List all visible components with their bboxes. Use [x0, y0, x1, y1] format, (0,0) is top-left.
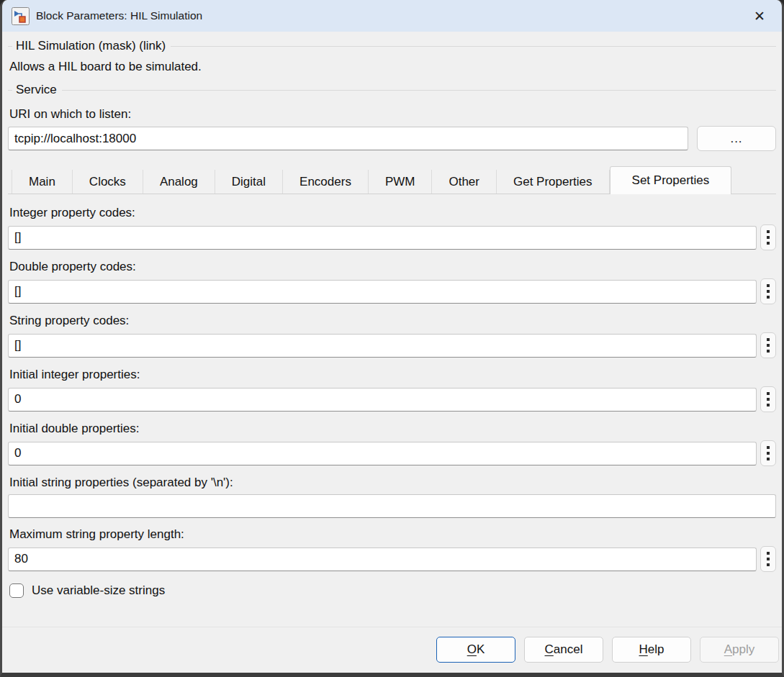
field-maximum-string-property-length: Maximum string property length:	[8, 527, 776, 572]
kebab-menu-icon[interactable]	[760, 224, 776, 250]
title-bar: Block Parameters: HIL Simulation ✕	[2, 0, 782, 32]
service-group: Service URI on which to listen: ...	[8, 81, 776, 151]
mask-group-title: HIL Simulation (mask) (link)	[16, 39, 166, 53]
kebab-menu-icon[interactable]	[760, 546, 776, 572]
integer-property-codes-input[interactable]	[8, 226, 757, 250]
mask-group: HIL Simulation (mask) (link) Allows a HI…	[8, 37, 776, 74]
field-label: Initial double properties:	[9, 422, 776, 436]
dialog-content: HIL Simulation (mask) (link) Allows a HI…	[2, 32, 782, 627]
close-button[interactable]: ✕	[743, 3, 776, 29]
uri-row: ...	[8, 126, 776, 151]
uri-input[interactable]	[8, 127, 688, 150]
kebab-menu-icon[interactable]	[760, 386, 776, 412]
kebab-menu-icon[interactable]	[760, 278, 776, 304]
uri-label: URI on which to listen:	[9, 107, 776, 122]
field-initial-string-properties: Initial string properties (separated by …	[8, 476, 776, 518]
maximum-string-property-length-input[interactable]	[8, 547, 757, 571]
tab-clocks[interactable]: Clocks	[73, 170, 143, 194]
field-label: Maximum string property length:	[9, 527, 776, 542]
dialog-footer: OK Cancel Help Apply	[2, 627, 782, 673]
tab-other[interactable]: Other	[432, 170, 497, 194]
block-parameters-dialog: Block Parameters: HIL Simulation ✕ HIL S…	[0, 0, 784, 677]
set-properties-panel: Integer property codes: Double property …	[8, 194, 776, 598]
field-label: Initial string properties (separated by …	[9, 476, 776, 490]
kebab-menu-icon[interactable]	[760, 332, 776, 358]
window-title: Block Parameters: HIL Simulation	[36, 9, 743, 22]
field-integer-property-codes: Integer property codes:	[8, 206, 776, 250]
service-group-title: Service	[16, 83, 57, 97]
initial-integer-properties-input[interactable]	[8, 388, 757, 412]
tab-encoders[interactable]: Encoders	[283, 170, 369, 194]
ok-button[interactable]: OK	[436, 637, 515, 663]
tab-get-properties[interactable]: Get Properties	[497, 170, 610, 194]
tab-set-properties[interactable]: Set Properties	[610, 166, 732, 194]
field-initial-integer-properties: Initial integer properties:	[8, 368, 776, 412]
field-label: String property codes:	[9, 314, 776, 328]
mask-group-legend: HIL Simulation (mask) (link)	[8, 37, 776, 55]
field-initial-double-properties: Initial double properties:	[8, 422, 776, 466]
checkbox-icon[interactable]	[9, 583, 24, 598]
field-string-property-codes: String property codes:	[8, 314, 776, 358]
initial-string-properties-input[interactable]	[8, 494, 776, 518]
use-variable-size-strings-checkbox[interactable]: Use variable-size strings	[9, 583, 776, 598]
string-property-codes-input[interactable]	[8, 334, 757, 358]
field-label: Initial integer properties:	[9, 368, 776, 382]
help-button[interactable]: Help	[612, 637, 691, 663]
simulink-block-icon	[12, 7, 30, 25]
mask-description: Allows a HIL board to be simulated.	[9, 60, 776, 74]
field-double-property-codes: Double property codes:	[8, 260, 776, 304]
tab-analog[interactable]: Analog	[143, 170, 215, 194]
tab-bar: Main Clocks Analog Digital Encoders PWM …	[8, 166, 776, 194]
tab-pwm[interactable]: PWM	[369, 170, 433, 194]
checkbox-label: Use variable-size strings	[32, 583, 165, 598]
browse-button[interactable]: ...	[697, 126, 776, 151]
tab-main[interactable]: Main	[12, 170, 73, 194]
field-label: Integer property codes:	[9, 206, 776, 220]
tab-digital[interactable]: Digital	[215, 170, 283, 194]
double-property-codes-input[interactable]	[8, 280, 757, 304]
initial-double-properties-input[interactable]	[8, 442, 757, 465]
kebab-menu-icon[interactable]	[760, 440, 776, 466]
service-group-legend: Service	[8, 81, 776, 99]
cancel-button[interactable]: Cancel	[524, 637, 603, 663]
apply-button[interactable]: Apply	[700, 637, 779, 663]
field-label: Double property codes:	[9, 260, 776, 274]
